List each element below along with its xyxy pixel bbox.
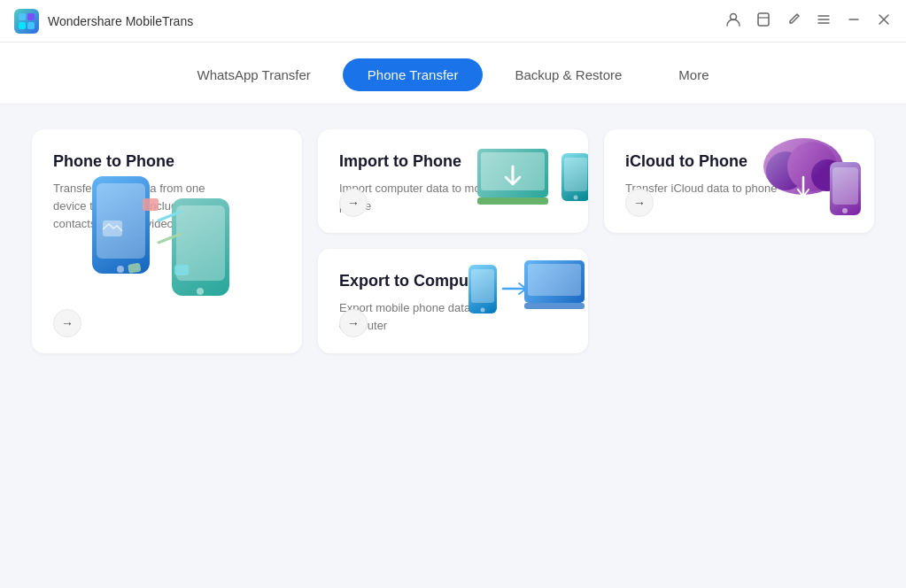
card-export-arrow[interactable]: → bbox=[339, 309, 368, 337]
svg-rect-1 bbox=[27, 13, 35, 20]
svg-rect-20 bbox=[564, 158, 587, 191]
tab-phone-transfer[interactable]: Phone Transfer bbox=[343, 58, 484, 91]
nav-tabs: WhatsApp Transfer Phone Transfer Backup … bbox=[0, 43, 906, 104]
edit-icon[interactable] bbox=[786, 12, 801, 30]
minimize-button[interactable] bbox=[846, 12, 862, 30]
card-export-to-computer[interactable]: Export to Computer Export mobile phone d… bbox=[318, 249, 588, 352]
svg-rect-3 bbox=[27, 22, 35, 29]
svg-rect-33 bbox=[528, 264, 581, 296]
title-bar-controls bbox=[725, 12, 892, 30]
app-title: Wondershare MobileTrans bbox=[48, 14, 193, 28]
tab-more[interactable]: More bbox=[654, 58, 733, 91]
card-import-to-phone[interactable]: Import to Phone Import computer data to … bbox=[318, 129, 588, 233]
user-icon[interactable] bbox=[725, 12, 741, 30]
title-bar: Wondershare MobileTrans bbox=[0, 0, 906, 43]
svg-rect-13 bbox=[143, 198, 159, 211]
card-icloud-to-phone[interactable]: iCloud to Phone Transfer iCloud data to … bbox=[604, 129, 874, 233]
menu-icon[interactable] bbox=[816, 12, 832, 30]
card-phone-to-phone[interactable]: Phone to Phone Transfer phone data from … bbox=[32, 129, 302, 353]
phone-to-phone-illustration bbox=[79, 150, 256, 327]
svg-point-31 bbox=[481, 307, 485, 312]
svg-rect-30 bbox=[471, 269, 494, 303]
svg-rect-18 bbox=[477, 197, 548, 205]
card-icloud-arrow[interactable]: → bbox=[625, 189, 654, 217]
export-illustration bbox=[464, 249, 579, 344]
svg-point-8 bbox=[117, 266, 124, 273]
svg-rect-27 bbox=[832, 167, 858, 205]
close-button[interactable] bbox=[876, 12, 892, 30]
title-bar-left: Wondershare MobileTrans bbox=[14, 9, 193, 34]
import-illustration bbox=[473, 135, 579, 224]
svg-rect-0 bbox=[19, 13, 26, 20]
icloud-illustration bbox=[750, 129, 865, 224]
svg-point-28 bbox=[842, 208, 848, 213]
app-icon bbox=[14, 9, 39, 34]
tab-backup-restore[interactable]: Backup & Restore bbox=[490, 58, 647, 91]
svg-point-21 bbox=[574, 196, 578, 200]
svg-rect-14 bbox=[174, 265, 189, 275]
tab-whatsapp-transfer[interactable]: WhatsApp Transfer bbox=[172, 58, 335, 91]
svg-rect-34 bbox=[524, 303, 585, 309]
svg-rect-5 bbox=[758, 13, 769, 26]
main-content: Phone to Phone Transfer phone data from … bbox=[0, 104, 906, 588]
card-phone-to-phone-arrow[interactable]: → bbox=[53, 309, 81, 337]
svg-point-12 bbox=[197, 288, 204, 295]
bookmark-icon[interactable] bbox=[755, 12, 771, 30]
svg-rect-2 bbox=[19, 22, 26, 29]
